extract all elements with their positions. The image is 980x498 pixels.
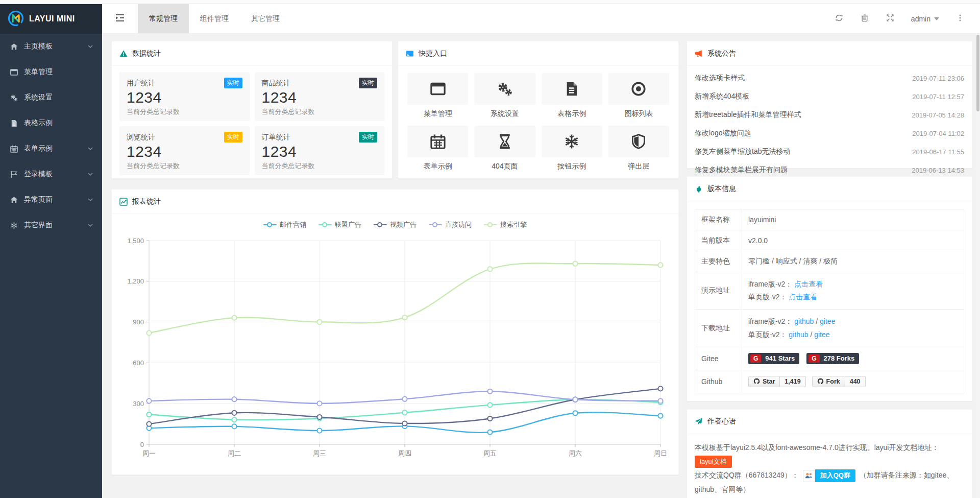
link[interactable]: gitee: [814, 330, 829, 339]
stat-value: 1234: [127, 143, 242, 160]
notice-date: 2019-07-11 23:06: [912, 75, 964, 82]
version-label: Gitee: [695, 347, 742, 370]
github-count[interactable]: 1,419: [780, 376, 805, 387]
join-qq-button[interactable]: 加入QQ群: [803, 469, 855, 482]
notice-item-0[interactable]: 修改选项卡样式2019-07-11 23:06: [695, 69, 964, 87]
gitee-badge[interactable]: G941 Stars: [748, 353, 799, 364]
quick-entry-1[interactable]: 系统设置: [474, 73, 535, 118]
tab-2[interactable]: 其它管理: [240, 4, 291, 33]
sidebar-item-0[interactable]: 主页模板: [0, 34, 102, 59]
home-icon: [10, 196, 19, 204]
layui-mini-logo-icon: [7, 10, 24, 29]
gitee-icon: G: [750, 354, 761, 363]
github-button[interactable]: Star: [748, 376, 780, 387]
quick-entry-2[interactable]: 表格示例: [542, 73, 602, 118]
window-icon: [10, 68, 19, 76]
panel-title-text: 系统公告: [707, 49, 736, 58]
file-icon: [564, 81, 579, 97]
sidebar-item-7[interactable]: 其它界面: [0, 212, 102, 238]
user-name: admin: [911, 15, 930, 23]
quick-entry-4[interactable]: 表单示例: [407, 126, 468, 171]
version-row: 演示地址iframe版-v2： 点击查看单页版-v2： 点击查看: [695, 272, 964, 310]
legend-item-4[interactable]: 搜索引擎: [484, 220, 527, 229]
version-row: GiteeG941 StarsG278 Forks: [695, 347, 964, 370]
stat-desc: 当前分类总记录数: [262, 161, 378, 171]
github-button[interactable]: Fork: [812, 376, 845, 387]
refresh-button[interactable]: [826, 4, 852, 34]
header: 常规管理组件管理其它管理 admin: [102, 4, 980, 34]
legend-item-1[interactable]: 联盟广告: [318, 220, 361, 229]
tab-1[interactable]: 组件管理: [189, 4, 240, 33]
quick-entry-3[interactable]: 图标列表: [608, 73, 669, 118]
link[interactable]: gitee: [820, 317, 835, 325]
shield-icon: [631, 134, 646, 149]
quick-entry-box: [608, 126, 669, 157]
svg-text:周一: 周一: [142, 449, 156, 457]
quick-entry-0[interactable]: 菜单管理: [407, 73, 468, 118]
gitee-badge[interactable]: G278 Forks: [806, 353, 859, 364]
panel-title-text: 作者心语: [707, 417, 736, 426]
tab-0[interactable]: 常规管理: [138, 4, 189, 33]
flame-icon: [695, 185, 703, 193]
chevron-down-icon: [88, 224, 93, 227]
sidebar-item-6[interactable]: 异常页面: [0, 187, 102, 212]
github-button-label: Fork: [826, 378, 840, 385]
link[interactable]: github: [789, 330, 808, 339]
legend-label: 视频广告: [390, 220, 416, 229]
chevron-down-icon: [88, 45, 93, 49]
trash-icon: [861, 14, 869, 23]
notice-item-3[interactable]: 修改logo缩放问题2019-07-04 11:02: [695, 124, 964, 143]
notice-item-1[interactable]: 新增系统404模板2019-07-11 12:57: [695, 87, 964, 106]
page-scrollbar[interactable]: [976, 34, 980, 498]
snowflake-icon: [564, 134, 579, 149]
calendar-icon: [10, 145, 19, 153]
logo[interactable]: LAYUI MINI: [0, 4, 102, 34]
notice-item-2[interactable]: 新增treetable插件和菜单管理样式2019-07-05 14:28: [695, 106, 964, 124]
gears-icon: [497, 81, 512, 97]
sidebar: LAYUI MINI 主页模板菜单管理系统设置表格示例表单示例登录模板异常页面其…: [0, 4, 102, 498]
gitee-badge-text: 941 Stars: [765, 354, 795, 362]
stat-desc: 当前分类总记录数: [127, 161, 242, 171]
sidebar-item-5[interactable]: 登录模板: [0, 161, 102, 187]
version-value: layuimini: [748, 216, 776, 224]
quick-entry-6[interactable]: 按钮示例: [542, 126, 602, 171]
notice-item-4[interactable]: 修复左侧菜单缩放tab无法移动2019-06-17 11:55: [695, 143, 964, 161]
version-cell: 零门槛 / 响应式 / 清爽 / 极简: [742, 251, 964, 272]
fullscreen-button[interactable]: [877, 4, 903, 34]
legend-item-2[interactable]: 视频广告: [374, 220, 416, 229]
sidebar-item-1[interactable]: 菜单管理: [0, 59, 102, 85]
legend-item-3[interactable]: 直接访问: [429, 220, 472, 229]
chevron-down-icon: [88, 173, 93, 176]
github-count[interactable]: 440: [845, 376, 866, 387]
more-menu-button[interactable]: [947, 4, 973, 34]
snowflake-icon: [10, 222, 19, 229]
user-menu[interactable]: admin: [903, 15, 947, 23]
main-content: 数据统计 用户统计实时1234当前分类总记录数商品统计实时1234当前分类总记录…: [102, 34, 980, 498]
quick-entry-label: 404页面: [474, 162, 535, 171]
quick-entry-7[interactable]: 弹出层: [608, 126, 669, 171]
link[interactable]: 点击查看: [789, 293, 817, 301]
collapse-sidebar-button[interactable]: [102, 4, 138, 33]
layui-doc-button[interactable]: layui文档: [695, 456, 732, 468]
scrollbar-thumb[interactable]: [976, 35, 979, 111]
legend-marker: [429, 222, 442, 228]
sidebar-item-3[interactable]: 表格示例: [0, 110, 102, 136]
author-text: 本模板基于layui2.5.4以及font-awesome-4.7.0进行实现。…: [687, 434, 972, 498]
sidebar-item-4[interactable]: 表单示例: [0, 136, 102, 161]
panel-data-stats: 数据统计 用户统计实时1234当前分类总记录数商品统计实时1234当前分类总记录…: [111, 41, 393, 179]
clear-cache-button[interactable]: [852, 4, 877, 34]
qq-group-icon: [803, 470, 815, 482]
stat-label: 商品统计: [262, 79, 290, 88]
quick-entry-5[interactable]: 404页面: [474, 126, 535, 171]
version-row: 框架名称layuimini: [695, 209, 964, 230]
sidebar-item-2[interactable]: 系统设置: [0, 85, 102, 110]
stat-card-2: 浏览统计实时1234当前分类总记录数: [119, 126, 250, 175]
sidebar-item-label: 异常页面: [24, 195, 88, 204]
legend-item-0[interactable]: 邮件营销: [263, 220, 306, 229]
link[interactable]: 点击查看: [794, 280, 823, 288]
version-row: 主要特色零门槛 / 响应式 / 清爽 / 极简: [695, 251, 964, 272]
stats-cards: 用户统计实时1234当前分类总记录数商品统计实时1234当前分类总记录数浏览统计…: [112, 66, 392, 181]
panel-title-quick: 快捷入口: [398, 41, 678, 66]
link[interactable]: github: [794, 317, 814, 325]
link-prefix: 单页版-v2：: [748, 330, 787, 339]
